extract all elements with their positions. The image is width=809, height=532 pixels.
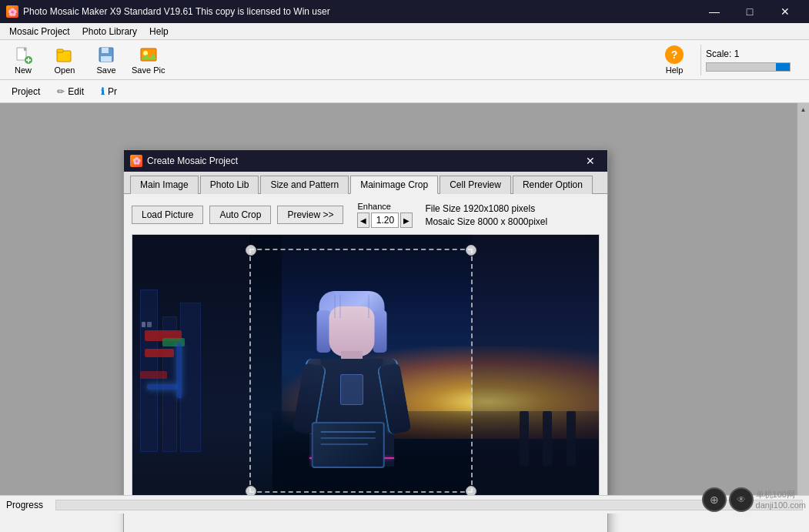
title-bar-text: Photo Mosaic Maker X9 Standard V19.61 Th… — [23, 6, 697, 17]
new-label: New — [15, 65, 32, 75]
save-pic-icon — [139, 45, 158, 64]
dialog-title-bar: 🌸 Create Mosaic Project ✕ — [124, 150, 607, 172]
menu-help[interactable]: Help — [143, 25, 175, 38]
title-bar: 🌸 Photo Mosaic Maker X9 Standard V19.61 … — [0, 0, 809, 23]
crop-darken-right — [473, 235, 599, 507]
svg-rect-6 — [57, 49, 63, 52]
enhance-control: ◀ 1.20 ▶ — [357, 212, 413, 228]
project-label: Project — [12, 86, 40, 97]
project-button[interactable]: Project — [6, 84, 45, 99]
open-label: Open — [55, 65, 75, 75]
save-pic-button[interactable]: Save Pic — [128, 42, 169, 78]
app-icon: 🌸 — [6, 5, 18, 18]
edit-button[interactable]: ✏ Edit — [52, 84, 89, 99]
pr-label: Pr — [108, 86, 117, 97]
auto-crop-button[interactable]: Auto Crop — [209, 206, 271, 224]
tab-mainimage-crop[interactable]: Mainimage Crop — [350, 176, 438, 194]
status-bar: Progress ⊕ 👁 单机100网 danji100.com — [0, 495, 809, 514]
menu-bar: Mosaic Project Photo Library Help — [0, 23, 809, 40]
open-button[interactable]: Open — [45, 42, 85, 78]
minimize-button[interactable]: — — [697, 0, 732, 23]
scale-bar[interactable] — [706, 62, 791, 72]
dialog-content: Load Picture Auto Crop Preview >> Enhanc… — [124, 194, 607, 532]
enhance-group: Enhance ◀ 1.20 ▶ — [357, 202, 413, 228]
menu-mosaic-project[interactable]: Mosaic Project — [3, 25, 76, 38]
crop-rectangle[interactable] — [249, 249, 473, 494]
dialog-app-icon: 🌸 — [130, 155, 142, 167]
enhance-decrement-button[interactable]: ◀ — [357, 212, 369, 228]
tab-main-image[interactable]: Main Image — [130, 176, 199, 194]
file-size-label: File Size 1920x1080 pixels — [425, 203, 547, 214]
load-picture-button[interactable]: Load Picture — [132, 206, 203, 224]
crop-darken-left — [132, 235, 249, 507]
crop-handle-tl[interactable] — [246, 245, 256, 256]
save-pic-label: Save Pic — [132, 65, 165, 75]
tab-render-option[interactable]: Render Option — [513, 176, 593, 194]
preview-button[interactable]: Preview >> — [277, 206, 343, 224]
edit-label: Edit — [68, 86, 84, 97]
dialog-tabs: Main Image Photo Lib Size and Pattern Ma… — [124, 172, 607, 194]
dialog-close-button[interactable]: ✕ — [580, 152, 601, 170]
dialog-bottom — [132, 514, 600, 529]
window-controls: — □ ✕ — [697, 0, 803, 23]
watermark-text: 单机100网 danji100.com — [756, 489, 806, 511]
anime-background — [132, 235, 599, 507]
open-icon — [55, 45, 74, 64]
crop-handle-tr[interactable] — [466, 245, 476, 256]
scale-control: Scale: 1 — [706, 49, 791, 72]
main-area: ▲ ▼ 🌸 Create Mosaic Project ✕ Main Image… — [0, 103, 809, 514]
info-button[interactable]: ℹ Pr — [95, 84, 122, 99]
create-mosaic-dialog: 🌸 Create Mosaic Project ✕ Main Image Pho… — [123, 149, 608, 532]
scale-bar-fill — [776, 63, 790, 71]
dialog-controls-row: Load Picture Auto Crop Preview >> Enhanc… — [132, 202, 600, 228]
close-button[interactable]: ✕ — [767, 0, 803, 23]
new-icon — [14, 45, 32, 64]
info-icon: ℹ — [101, 86, 105, 97]
svg-rect-9 — [101, 56, 112, 62]
save-label: Save — [96, 65, 115, 75]
progress-bar — [55, 500, 803, 510]
watermark-icon: ⊕ — [702, 487, 727, 512]
watermark-icon2: 👁 — [729, 487, 754, 512]
file-info: File Size 1920x1080 pixels Mosaic Size 8… — [425, 203, 547, 227]
svg-rect-8 — [102, 48, 109, 53]
tab-size-pattern[interactable]: Size and Pattern — [260, 176, 349, 194]
tab-photo-lib[interactable]: Photo Lib — [200, 176, 259, 194]
progress-label: Progress — [6, 500, 43, 510]
save-button[interactable]: Save — [86, 42, 126, 78]
help-icon: ? — [665, 45, 684, 64]
mosaic-size-label: Mosaic Size 8000 x 8000pixel — [425, 216, 547, 227]
toolbar-separator — [700, 45, 701, 75]
svg-rect-1 — [24, 48, 26, 51]
new-button[interactable]: New — [3, 42, 43, 78]
enhance-value: 1.20 — [371, 212, 399, 228]
tab-cell-preview[interactable]: Cell Preview — [440, 176, 511, 194]
maximize-button[interactable]: □ — [732, 0, 767, 23]
pencil-icon: ✏ — [57, 86, 65, 97]
save-icon — [97, 45, 115, 64]
scale-label: Scale: 1 — [706, 49, 739, 59]
enhance-increment-button[interactable]: ▶ — [400, 212, 413, 228]
enhance-label: Enhance — [357, 202, 413, 211]
help-button[interactable]: ? Help — [653, 42, 696, 78]
watermark-area: ⊕ 👁 单机100网 danji100.com — [702, 487, 806, 512]
toolbar: New Open Save — [0, 40, 809, 80]
help-label: Help — [666, 65, 684, 75]
svg-point-11 — [143, 51, 148, 55]
dialog-title-text: Create Mosaic Project — [147, 156, 580, 166]
dialog-image-area — [132, 234, 600, 507]
dialog-overlay: 🌸 Create Mosaic Project ✕ Main Image Pho… — [0, 103, 809, 514]
toolbar2: Project ✏ Edit ℹ Pr — [0, 80, 809, 103]
menu-photo-library[interactable]: Photo Library — [76, 25, 143, 38]
